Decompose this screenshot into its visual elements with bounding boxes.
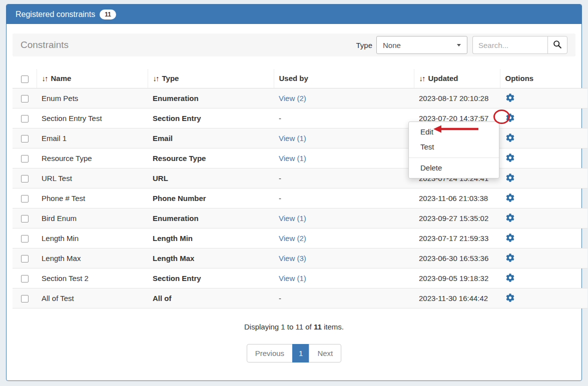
updated-cell: 2023-11-06 21:03:38 bbox=[414, 188, 500, 208]
row-checkbox[interactable] bbox=[21, 235, 29, 242]
row-checkbox[interactable] bbox=[21, 95, 29, 102]
name-cell: Email 1 bbox=[37, 128, 148, 148]
table-row: Enum Pets Enumeration View (2) 2023-08-1… bbox=[13, 88, 587, 108]
gear-icon bbox=[506, 236, 514, 244]
column-header-name[interactable]: ↓↑Name bbox=[37, 69, 148, 88]
updated-cell: 2023-09-27 15:35:02 bbox=[414, 208, 500, 228]
name-cell: Enum Pets bbox=[37, 88, 148, 108]
type-cell: Email bbox=[148, 128, 274, 148]
search-icon bbox=[553, 40, 562, 50]
name-cell: Resource Type bbox=[37, 148, 148, 168]
sort-icon: ↓↑ bbox=[419, 74, 425, 82]
gear-icon bbox=[506, 256, 514, 264]
column-header-updated[interactable]: ↓↑Updated bbox=[414, 69, 500, 88]
row-options-button[interactable] bbox=[505, 292, 515, 303]
table-row: URL Test URL - 2023-07-24 15:24:41 bbox=[13, 168, 587, 188]
select-all-checkbox-cell bbox=[13, 69, 37, 88]
row-checkbox[interactable] bbox=[21, 175, 29, 182]
menu-item-edit[interactable]: Edit bbox=[409, 124, 499, 140]
row-checkbox[interactable] bbox=[21, 155, 29, 162]
table-row: Email 1 Email View (1) bbox=[13, 128, 587, 148]
sort-icon: ↓↑ bbox=[153, 74, 159, 82]
type-filter-select[interactable]: None bbox=[376, 36, 467, 54]
type-filter-label: Type bbox=[356, 41, 372, 50]
row-options-button[interactable] bbox=[505, 152, 515, 163]
used-by-link: - bbox=[279, 114, 281, 122]
panel-title: Registered constraints bbox=[16, 10, 95, 19]
results-summary: Displaying 1 to 11 of 11 items. bbox=[13, 322, 575, 331]
row-options-button[interactable] bbox=[505, 92, 515, 103]
table-row: All of Test All of - 2023-11-30 16:44:42 bbox=[13, 288, 587, 308]
gear-icon bbox=[506, 136, 514, 144]
section-heading: Constraints bbox=[21, 40, 69, 50]
used-by-link[interactable]: View (1) bbox=[279, 274, 306, 282]
used-by-link[interactable]: View (1) bbox=[279, 154, 306, 162]
table-header-row: ↓↑Name ↓↑Type Used by ↓↑Updated Options bbox=[13, 69, 587, 88]
menu-item-test[interactable]: Test bbox=[409, 140, 499, 154]
row-checkbox[interactable] bbox=[21, 135, 29, 142]
column-header-options: Options bbox=[500, 69, 587, 88]
gear-icon bbox=[506, 176, 514, 184]
row-options-button[interactable] bbox=[505, 232, 515, 243]
used-by-link[interactable]: View (3) bbox=[279, 254, 306, 262]
type-cell: Phone Number bbox=[148, 188, 274, 208]
type-cell: Section Entry bbox=[148, 268, 274, 288]
row-options-button[interactable] bbox=[505, 192, 515, 203]
row-checkbox[interactable] bbox=[21, 255, 29, 262]
row-options-button[interactable] bbox=[505, 252, 515, 263]
menu-divider bbox=[409, 158, 499, 158]
pagination-previous[interactable]: Previous bbox=[247, 344, 293, 362]
constraints-panel: Registered constraints 11 Constraints Ty… bbox=[6, 4, 582, 381]
row-options-button[interactable] bbox=[505, 132, 515, 143]
name-cell: Section Test 2 bbox=[37, 268, 148, 288]
used-by-link[interactable]: View (1) bbox=[279, 214, 306, 222]
type-cell: All of bbox=[148, 288, 274, 308]
row-options-button[interactable] bbox=[505, 112, 515, 123]
name-cell: Length Max bbox=[37, 248, 148, 268]
updated-cell: 2023-11-30 16:44:42 bbox=[414, 288, 500, 308]
type-cell: Length Min bbox=[148, 228, 274, 248]
row-checkbox[interactable] bbox=[21, 275, 29, 282]
used-by-link[interactable]: View (2) bbox=[279, 94, 306, 102]
type-cell: Section Entry bbox=[148, 108, 274, 128]
row-options-button[interactable] bbox=[505, 272, 515, 283]
type-cell: Enumeration bbox=[148, 88, 274, 108]
used-by-link[interactable]: View (2) bbox=[279, 234, 306, 242]
caret-down-icon bbox=[457, 44, 461, 46]
name-cell: Phone # Test bbox=[37, 188, 148, 208]
table-row: Phone # Test Phone Number - 2023-11-06 2… bbox=[13, 188, 587, 208]
row-checkbox[interactable] bbox=[21, 115, 29, 122]
gear-icon bbox=[506, 116, 514, 124]
updated-cell: 2023-09-05 19:18:32 bbox=[414, 268, 500, 288]
used-by-link: - bbox=[279, 194, 281, 202]
updated-cell: 2023-08-17 20:10:28 bbox=[414, 88, 500, 108]
used-by-link[interactable]: View (1) bbox=[279, 134, 306, 142]
gear-icon bbox=[506, 156, 514, 164]
constraints-table: ↓↑Name ↓↑Type Used by ↓↑Updated Options bbox=[13, 69, 587, 308]
table-row: Length Min Length Min View (2) 2023-07-1… bbox=[13, 228, 587, 248]
select-all-checkbox[interactable] bbox=[21, 76, 29, 83]
row-checkbox[interactable] bbox=[21, 295, 29, 302]
pagination-next[interactable]: Next bbox=[309, 344, 341, 362]
menu-item-delete[interactable]: Delete bbox=[409, 160, 499, 176]
pagination-page-1[interactable]: 1 bbox=[292, 344, 309, 362]
table-row: Section Test 2 Section Entry View (1) 20… bbox=[13, 268, 587, 288]
pagination: Previous 1 Next bbox=[13, 344, 575, 362]
row-options-button[interactable] bbox=[505, 212, 515, 223]
row-checkbox[interactable] bbox=[21, 215, 29, 222]
search-input[interactable] bbox=[472, 36, 547, 54]
table-row-menu-open: Section Entry Test Section Entry - 2023-… bbox=[13, 108, 587, 128]
row-options-menu: Edit Test Delete bbox=[408, 122, 499, 178]
row-checkbox[interactable] bbox=[21, 195, 29, 202]
sort-icon: ↓↑ bbox=[42, 74, 48, 82]
search-button[interactable] bbox=[547, 36, 567, 54]
name-cell: Bird Enum bbox=[37, 208, 148, 228]
column-header-used-by: Used by bbox=[274, 69, 414, 88]
column-header-type[interactable]: ↓↑Type bbox=[148, 69, 274, 88]
used-by-link: - bbox=[279, 294, 281, 302]
gear-icon bbox=[506, 96, 514, 104]
type-cell: Resource Type bbox=[148, 148, 274, 168]
row-options-button[interactable] bbox=[505, 172, 515, 183]
table-row: Bird Enum Enumeration View (1) 2023-09-2… bbox=[13, 208, 587, 228]
used-by-link: - bbox=[279, 174, 281, 182]
